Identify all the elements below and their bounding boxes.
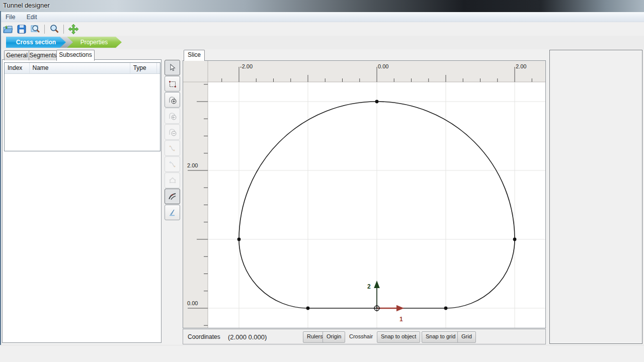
save-button[interactable] bbox=[15, 23, 28, 35]
toggle-snap-to-grid[interactable]: Snap to grid bbox=[422, 331, 459, 343]
toggle-grid[interactable]: Grid bbox=[457, 331, 476, 343]
properties-panel bbox=[549, 50, 642, 344]
menu-edit[interactable]: Edit bbox=[22, 12, 42, 22]
shape-point[interactable] bbox=[444, 307, 448, 310]
delete-subsection-tool-button bbox=[165, 124, 180, 140]
add-curve-tool-button bbox=[165, 140, 180, 156]
magnifier-icon bbox=[49, 24, 59, 34]
toolbar-separator bbox=[44, 25, 45, 34]
insert-subsection-tool-button bbox=[165, 108, 180, 124]
zoom-rectangle-button[interactable] bbox=[29, 23, 42, 35]
column-header-index[interactable]: Index bbox=[5, 63, 30, 73]
shape-point[interactable] bbox=[513, 238, 517, 241]
shape-plus-icon bbox=[168, 96, 177, 105]
move-arrows-icon bbox=[68, 24, 78, 34]
breadcrumb: Cross section Properties bbox=[1, 36, 644, 49]
toolbar-separator bbox=[63, 25, 64, 34]
pan-button[interactable] bbox=[67, 23, 80, 35]
knife-icon bbox=[168, 208, 177, 217]
cut-tool-button[interactable] bbox=[165, 205, 180, 220]
axis-2-label: 2 bbox=[367, 283, 371, 290]
title-bar: Tunnel designer bbox=[0, 0, 644, 12]
axis-1-label: 1 bbox=[399, 316, 403, 323]
window-frame-edge bbox=[0, 11, 1, 345]
drawing-toolbar bbox=[165, 60, 180, 221]
arcs-icon bbox=[168, 192, 177, 201]
coordinates-value: (2.000 0.000) bbox=[228, 333, 267, 341]
shape-arrow-icon bbox=[168, 112, 177, 121]
ruler-label: 0.00 bbox=[378, 63, 388, 69]
intersect-tool-button[interactable] bbox=[165, 189, 180, 204]
cursor-icon bbox=[169, 64, 177, 72]
canvas-status-bar: Coordinates (2.000 0.000) Rulers Origin … bbox=[183, 329, 546, 344]
open-button[interactable] bbox=[2, 23, 15, 35]
ruler-label: 2.00 bbox=[187, 162, 198, 168]
column-header-type[interactable]: Type bbox=[130, 63, 157, 73]
shape-point[interactable] bbox=[375, 100, 379, 104]
shape-point[interactable] bbox=[306, 307, 310, 310]
tab-general[interactable]: General bbox=[4, 50, 30, 60]
shape-minus-icon bbox=[168, 128, 177, 137]
insert-point-tool-button bbox=[165, 156, 180, 172]
zoom-rectangle-icon bbox=[30, 24, 40, 34]
curve-icon bbox=[169, 144, 177, 152]
add-subsection-tool-button[interactable] bbox=[165, 92, 180, 108]
open-folder-icon bbox=[3, 24, 13, 34]
ruler-label: 0.00 bbox=[187, 300, 198, 306]
toggle-crosshair[interactable]: Crosshair bbox=[346, 331, 376, 342]
add-polygon-tool-button bbox=[165, 172, 180, 188]
menu-bar: File Edit bbox=[1, 12, 644, 22]
select-tool-button[interactable] bbox=[165, 60, 180, 75]
breadcrumb-step-cross-section[interactable]: Cross section bbox=[6, 37, 66, 48]
slice-canvas-panel: -2.00 0.00 2.00 2.00 0.00 2 1 bbox=[183, 60, 546, 328]
ruler-label: -2.00 bbox=[240, 63, 253, 69]
subsections-table[interactable]: Index Name Type bbox=[4, 62, 160, 151]
tab-subsections[interactable]: Subsections bbox=[56, 50, 95, 61]
toggle-origin[interactable]: Origin bbox=[323, 331, 345, 343]
column-header-name[interactable]: Name bbox=[30, 63, 130, 73]
slice-canvas[interactable]: -2.00 0.00 2.00 2.00 0.00 2 1 bbox=[183, 61, 545, 328]
footer-bar: VIP Generate* Close bbox=[0, 345, 644, 362]
polygon-icon bbox=[169, 176, 177, 185]
save-floppy-icon bbox=[17, 24, 27, 34]
menu-file[interactable]: File bbox=[1, 12, 20, 22]
zoom-button[interactable] bbox=[48, 23, 61, 35]
main-toolbar bbox=[1, 22, 644, 36]
marquee-icon bbox=[169, 80, 177, 88]
tab-segments[interactable]: Segments bbox=[29, 50, 57, 60]
ruler-label: 2.00 bbox=[516, 63, 526, 69]
tab-slice[interactable]: Slice bbox=[184, 50, 205, 61]
shape-point[interactable] bbox=[237, 238, 241, 241]
coordinates-label: Coordinates bbox=[188, 333, 220, 340]
rectangle-select-tool-button[interactable] bbox=[165, 76, 180, 92]
toggle-snap-to-object[interactable]: Snap to object bbox=[377, 331, 420, 343]
table-header: Index Name Type bbox=[5, 63, 160, 74]
curve-arrow-icon bbox=[169, 160, 177, 168]
column-header-filler bbox=[157, 63, 160, 73]
window-title: Tunnel designer bbox=[3, 0, 50, 11]
